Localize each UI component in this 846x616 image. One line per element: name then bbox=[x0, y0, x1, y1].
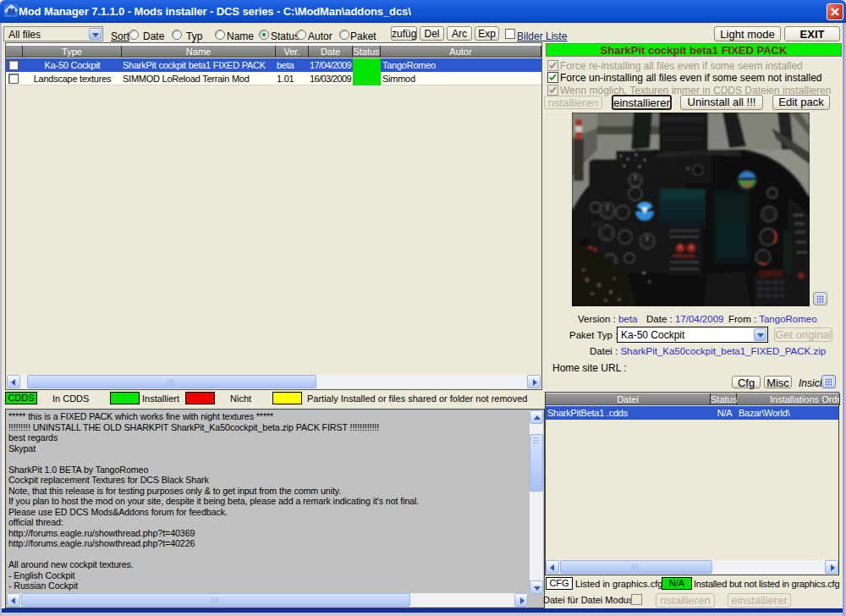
svg-text:M: M bbox=[8, 7, 15, 17]
